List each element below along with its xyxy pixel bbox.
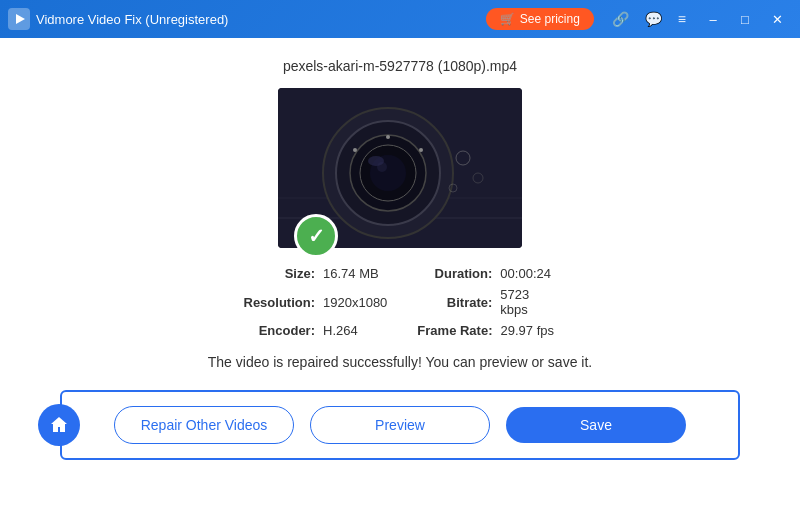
home-icon xyxy=(49,415,69,435)
svg-point-12 xyxy=(419,148,423,152)
home-button[interactable] xyxy=(38,404,80,446)
close-button[interactable]: ✕ xyxy=(762,5,792,33)
framerate-value: 29.97 fps xyxy=(500,323,554,338)
resolution-row: Resolution: 1920x1080 xyxy=(240,287,387,317)
preview-button[interactable]: Preview xyxy=(310,406,490,444)
svg-point-13 xyxy=(353,148,357,152)
pricing-button[interactable]: 🛒 See pricing xyxy=(486,8,594,30)
video-filename: pexels-akari-m-5927778 (1080p).mp4 xyxy=(283,58,517,74)
repair-other-videos-button[interactable]: Repair Other Videos xyxy=(114,406,294,444)
maximize-button[interactable]: □ xyxy=(730,5,760,33)
size-value: 16.74 MB xyxy=(323,266,379,281)
title-left: Vidmore Video Fix (Unregistered) xyxy=(8,8,228,30)
minimize-button[interactable]: – xyxy=(698,5,728,33)
bitrate-value: 5723 kbps xyxy=(500,287,560,317)
cart-icon: 🛒 xyxy=(500,12,515,26)
action-bar: Repair Other Videos Preview Save xyxy=(60,390,740,460)
checkmark-icon: ✓ xyxy=(308,226,325,246)
link-icon[interactable]: 🔗 xyxy=(608,9,633,29)
title-icons: 🔗 💬 ≡ xyxy=(608,9,690,29)
success-message: The video is repaired successfully! You … xyxy=(208,354,592,370)
window-controls: – □ ✕ xyxy=(698,5,792,33)
video-info-grid: Size: 16.74 MB Duration: 00:00:24 Resolu… xyxy=(240,266,560,338)
chat-icon[interactable]: 💬 xyxy=(641,9,666,29)
app-title: Vidmore Video Fix (Unregistered) xyxy=(36,12,228,27)
app-logo-icon xyxy=(8,8,30,30)
title-bar: Vidmore Video Fix (Unregistered) 🛒 See p… xyxy=(0,0,800,38)
video-thumbnail-wrapper: ✓ xyxy=(278,88,522,248)
encoder-row: Encoder: H.264 xyxy=(240,323,387,338)
duration-label: Duration: xyxy=(417,266,492,281)
svg-point-17 xyxy=(368,156,384,166)
title-right: 🛒 See pricing 🔗 💬 ≡ – □ ✕ xyxy=(486,5,792,33)
framerate-label: Frame Rate: xyxy=(417,323,492,338)
main-content: pexels-akari-m-5927778 (1080p).mp4 xyxy=(0,38,800,519)
resolution-value: 1920x1080 xyxy=(323,295,387,310)
pricing-label: See pricing xyxy=(520,12,580,26)
duration-value: 00:00:24 xyxy=(500,266,551,281)
resolution-label: Resolution: xyxy=(240,295,315,310)
framerate-row: Frame Rate: 29.97 fps xyxy=(417,323,560,338)
bitrate-row: Bitrate: 5723 kbps xyxy=(417,287,560,317)
success-checkmark-badge: ✓ xyxy=(294,214,338,258)
bitrate-label: Bitrate: xyxy=(417,295,492,310)
menu-icon[interactable]: ≡ xyxy=(674,9,690,29)
size-row: Size: 16.74 MB xyxy=(240,266,387,281)
save-button[interactable]: Save xyxy=(506,407,686,443)
size-label: Size: xyxy=(240,266,315,281)
duration-row: Duration: 00:00:24 xyxy=(417,266,560,281)
encoder-value: H.264 xyxy=(323,323,358,338)
encoder-label: Encoder: xyxy=(240,323,315,338)
svg-point-11 xyxy=(386,135,390,139)
